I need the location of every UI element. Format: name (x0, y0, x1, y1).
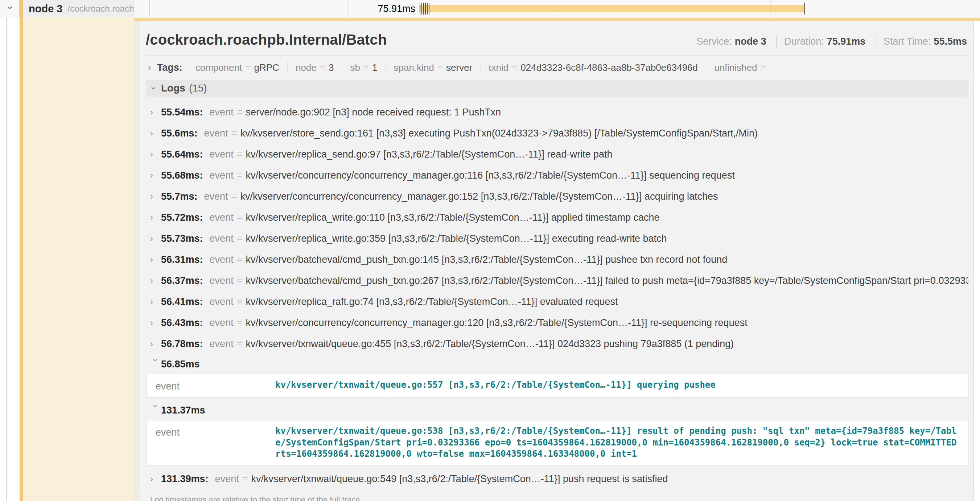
log-entry[interactable]: › 56.78ms: event = kv/kvserver/txnwait/q… (146, 333, 968, 354)
log-entry[interactable]: › 55.54ms: event = server/node.go:902 [n… (146, 102, 968, 123)
log-entry[interactable]: › 55.6ms: event = kv/kvserver/store_send… (146, 123, 968, 144)
tag-unfinished: unfinished= (706, 61, 777, 74)
chevron-right-icon: › (150, 474, 161, 484)
log-timestamp: 55.54ms: (161, 107, 203, 118)
log-entry[interactable]: › 55.7ms: event = kv/kvserver/concurrenc… (146, 186, 968, 207)
timeline-gridline (347, 0, 348, 18)
log-entry[interactable]: › 55.72ms: event = kv/kvserver/replica_w… (146, 207, 968, 228)
logs-section: › Logs (15) › 55.54ms: event = server/no… (146, 80, 968, 501)
log-timestamp: 56.78ms: (161, 338, 203, 349)
chevron-right-icon: › (150, 107, 161, 117)
log-value: kv/kvserver/store_send.go:161 [n3,s3] ex… (240, 128, 758, 139)
log-tick-end (804, 3, 805, 14)
log-timestamp: 131.37ms (161, 405, 205, 416)
column-resizer[interactable] (149, 0, 150, 18)
log-entry[interactable]: › 131.39ms: event = kv/kvserver/txnwait/… (146, 468, 968, 489)
log-entry[interactable]: › 55.73ms: event = kv/kvserver/replica_w… (146, 228, 968, 249)
log-value: kv/kvserver/batcheval/cmd_push_txn.go:14… (245, 254, 727, 265)
log-field-key: event (156, 426, 275, 460)
span-duration-label: 75.91ms (350, 3, 415, 14)
span-detail-row-background (23, 18, 135, 501)
log-timestamp: 55.64ms: (161, 149, 203, 160)
chevron-down-icon[interactable]: › (149, 87, 159, 90)
chevron-down-icon: › (151, 359, 161, 370)
detail-left-gutter (135, 21, 140, 501)
log-entry-expanded-header[interactable]: › 131.37ms (146, 400, 968, 420)
log-timestamp: 56.85ms (161, 359, 200, 370)
log-value: kv/kvserver/concurrency/concurrency_mana… (245, 317, 747, 329)
chevron-right-icon: › (150, 297, 161, 307)
log-value: server/node.go:902 [n3] node received re… (245, 107, 501, 118)
span-duration-bar[interactable] (419, 5, 804, 12)
log-timestamp: 56.43ms: (161, 317, 203, 329)
operation-title: /cockroach.roachpb.Internal/Batch (146, 32, 387, 48)
log-timestamp: 55.72ms: (161, 212, 203, 223)
chevron-right-icon[interactable]: › (148, 62, 151, 73)
tag-component: component=gRPC (188, 61, 287, 74)
log-value: kv/kvserver/replica_write.go:110 [n3,s3,… (245, 212, 659, 223)
span-operation-name: /cockroach.roach… (67, 4, 135, 14)
span-accent-strip (19, 18, 23, 501)
log-entry[interactable]: › 56.37ms: event = kv/kvserver/batcheval… (146, 270, 968, 291)
log-value: kv/kvserver/txnwait/queue.go:455 [n3,s3,… (245, 338, 734, 349)
tag-sb: sb=1 (342, 61, 385, 74)
logs-count: (15) (189, 82, 207, 94)
log-value: kv/kvserver/replica_write.go:359 [n3,s3,… (245, 233, 667, 244)
log-value: kv/kvserver/replica_raft.go:74 [n3,s3,r6… (245, 296, 618, 308)
log-entry-expanded-header[interactable]: › 56.85ms (146, 354, 968, 374)
log-entry[interactable]: › 55.68ms: event = kv/kvserver/concurren… (146, 165, 968, 186)
start-time-info: Start Time:55.5ms (875, 36, 967, 47)
chevron-right-icon: › (150, 339, 161, 349)
log-timestamp: 55.6ms: (161, 128, 198, 139)
span-row[interactable]: › node 3 /cockroach.roach… 75.91ms (0, 0, 980, 18)
log-tick (423, 3, 424, 14)
log-tick (425, 3, 426, 14)
log-timestamp: 56.41ms: (161, 296, 203, 308)
next-span-bar (135, 18, 980, 21)
log-value: kv/kvserver/txnwait/queue.go:549 [n3,s3,… (251, 474, 668, 485)
chevron-right-icon: › (150, 254, 161, 265)
log-timestamp: 55.68ms: (161, 170, 203, 181)
logs-title: Logs (161, 82, 185, 94)
log-entry[interactable]: › 55.64ms: event = kv/kvserver/replica_s… (146, 144, 968, 165)
log-timestamp: 131.39ms: (161, 474, 208, 485)
log-tick (427, 3, 428, 14)
log-entry[interactable]: › 56.43ms: event = kv/kvserver/concurren… (146, 312, 968, 333)
chevron-right-icon: › (150, 170, 161, 180)
tag-node: node=3 (287, 61, 342, 74)
log-tick (429, 3, 430, 14)
log-detail-card: event kv/kvserver/txnwait/queue.go:538 [… (146, 420, 968, 466)
log-list: › 55.54ms: event = server/node.go:902 [n… (146, 97, 968, 489)
span-name-cell[interactable]: node 3 /cockroach.roach… (19, 0, 135, 18)
chevron-right-icon: › (150, 233, 161, 244)
span-service-name: node 3 (29, 3, 62, 15)
tags-accordion[interactable]: › Tags: component=gRPC node=3 sb=1 span.… (146, 56, 968, 78)
detail-header: /cockroach.roachpb.Internal/Batch Servic… (146, 21, 968, 48)
log-value: kv/kvserver/batcheval/cmd_push_txn.go:26… (245, 275, 968, 286)
log-field-value: kv/kvserver/txnwait/queue.go:557 [n3,s3,… (275, 380, 959, 392)
log-value: kv/kvserver/concurrency/concurrency_mana… (240, 191, 718, 202)
chevron-right-icon: › (150, 191, 161, 201)
service-info: Service:node 3 (696, 36, 766, 47)
logs-accordion-header[interactable]: › Logs (15) (146, 80, 968, 97)
log-timestamp: 56.31ms: (161, 254, 203, 265)
tag-span-kind: span.kind=server (385, 61, 480, 74)
chevron-right-icon: › (150, 212, 161, 223)
tree-guide-line (6, 0, 7, 501)
span-info: Service:node 3 Duration:75.91ms Start Ti… (696, 36, 967, 47)
log-timestamp: 55.7ms: (161, 191, 198, 202)
chevron-right-icon: › (150, 128, 161, 138)
tags-label: Tags: (157, 62, 183, 73)
log-timestamp: 56.37ms: (161, 275, 203, 286)
chevron-right-icon: › (150, 149, 161, 160)
log-value: kv/kvserver/replica_send.go:97 [n3,s3,r6… (245, 149, 612, 160)
tag-txnid: txnid=024d3323-6c8f-4863-aa8b-37ab0e6349… (480, 61, 706, 74)
duration-info: Duration:75.91ms (776, 36, 865, 47)
log-value: kv/kvserver/concurrency/concurrency_mana… (245, 170, 735, 181)
log-tick (422, 3, 422, 14)
chevron-down-icon[interactable]: › (4, 6, 17, 10)
log-field-key: event (156, 380, 275, 392)
log-entry[interactable]: › 56.41ms: event = kv/kvserver/replica_r… (146, 291, 968, 312)
log-marker-cluster (420, 3, 431, 14)
log-entry[interactable]: › 56.31ms: event = kv/kvserver/batcheval… (146, 249, 968, 270)
